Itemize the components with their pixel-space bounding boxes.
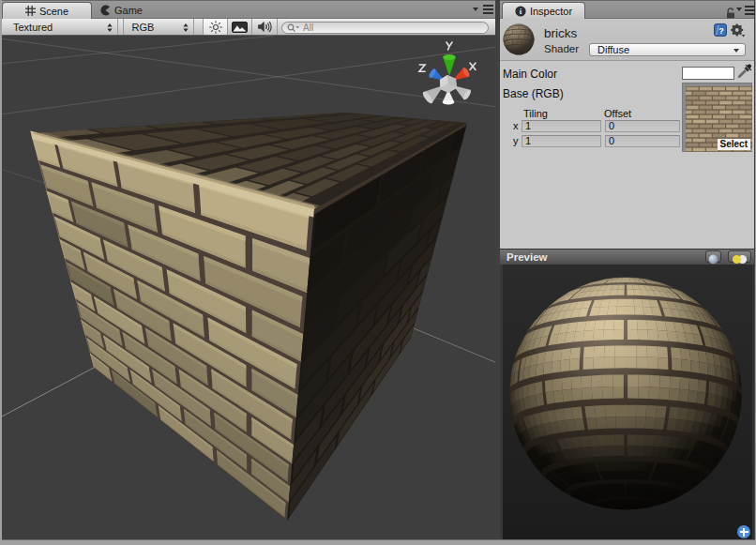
- svg-text:?: ?: [718, 26, 724, 36]
